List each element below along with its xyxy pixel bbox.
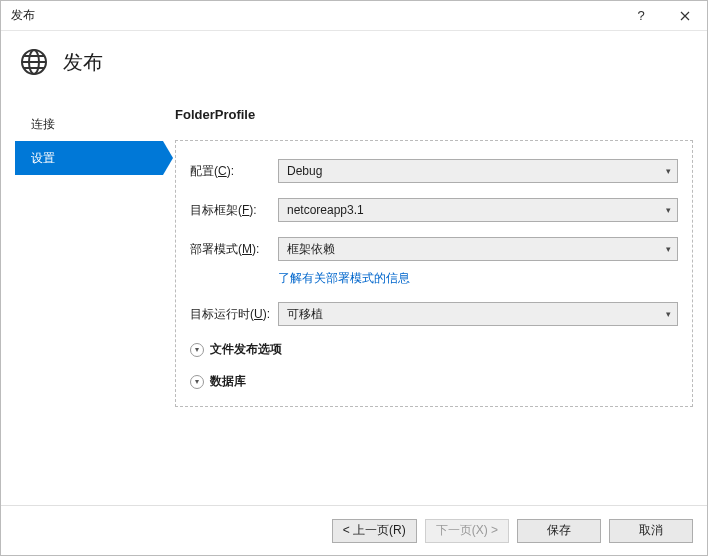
- sidebar: 连接 设置: [15, 107, 163, 495]
- config-select[interactable]: Debug ▾: [278, 159, 678, 183]
- runtime-row: 目标运行时(U): 可移植 ▾: [190, 302, 678, 326]
- main: FolderProfile 配置(C): Debug ▾ 目标框架(F): ne…: [175, 107, 693, 495]
- runtime-label: 目标运行时(U):: [190, 306, 272, 323]
- settings-panel: 配置(C): Debug ▾ 目标框架(F): netcoreapp3.1 ▾: [175, 140, 693, 407]
- deploy-select-value: 框架依赖: [287, 241, 335, 258]
- footer: < 上一页(R) 下一页(X) > 保存 取消: [1, 505, 707, 555]
- config-row: 配置(C): Debug ▾: [190, 159, 678, 183]
- runtime-select-value: 可移植: [287, 306, 323, 323]
- chevron-down-icon: ▾: [666, 244, 671, 254]
- deploy-label: 部署模式(M):: [190, 241, 272, 258]
- cancel-button[interactable]: 取消: [609, 519, 693, 543]
- chevron-down-icon: ▾: [190, 375, 204, 389]
- prev-button[interactable]: < 上一页(R): [332, 519, 417, 543]
- titlebar: 发布 ?: [1, 1, 707, 31]
- sidebar-item-connection[interactable]: 连接: [15, 107, 163, 141]
- close-button[interactable]: [663, 1, 707, 31]
- sidebar-item-label: 连接: [31, 116, 55, 133]
- chevron-down-icon: ▾: [666, 309, 671, 319]
- config-select-value: Debug: [287, 164, 322, 178]
- next-button: 下一页(X) >: [425, 519, 509, 543]
- framework-select[interactable]: netcoreapp3.1 ▾: [278, 198, 678, 222]
- deploy-row: 部署模式(M): 框架依赖 ▾: [190, 237, 678, 261]
- learn-more-link[interactable]: 了解有关部署模式的信息: [278, 271, 410, 285]
- body: 连接 设置 FolderProfile 配置(C): Debug ▾ 目标框架(…: [1, 93, 707, 505]
- sidebar-item-settings[interactable]: 设置: [15, 141, 163, 175]
- save-button[interactable]: 保存: [517, 519, 601, 543]
- runtime-select[interactable]: 可移植 ▾: [278, 302, 678, 326]
- chevron-down-icon: ▾: [666, 205, 671, 215]
- framework-select-value: netcoreapp3.1: [287, 203, 364, 217]
- deploy-link-row: 了解有关部署模式的信息: [278, 270, 678, 287]
- file-options-label: 文件发布选项: [210, 341, 282, 358]
- sidebar-item-label: 设置: [31, 150, 55, 167]
- globe-icon: [19, 47, 49, 77]
- framework-row: 目标框架(F): netcoreapp3.1 ▾: [190, 198, 678, 222]
- header: 发布: [1, 31, 707, 93]
- help-button[interactable]: ?: [619, 1, 663, 31]
- chevron-down-icon: ▾: [666, 166, 671, 176]
- database-label: 数据库: [210, 373, 246, 390]
- chevron-down-icon: ▾: [190, 343, 204, 357]
- config-label: 配置(C):: [190, 163, 272, 180]
- page-title: 发布: [63, 49, 103, 76]
- framework-label: 目标框架(F):: [190, 202, 272, 219]
- database-expander[interactable]: ▾ 数据库: [190, 373, 678, 390]
- window-title: 发布: [11, 7, 619, 24]
- profile-title: FolderProfile: [175, 107, 693, 122]
- deploy-select[interactable]: 框架依赖 ▾: [278, 237, 678, 261]
- file-options-expander[interactable]: ▾ 文件发布选项: [190, 341, 678, 358]
- close-icon: [680, 11, 690, 21]
